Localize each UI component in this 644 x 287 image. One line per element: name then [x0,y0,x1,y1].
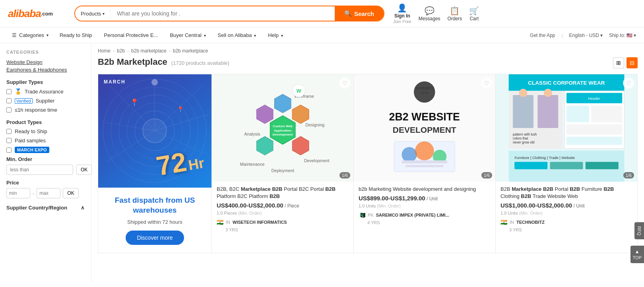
svg-marker-26 [292,136,308,155]
promo-card[interactable]: MARCH [98,74,211,253]
min-order-ok-button[interactable]: OK [76,165,92,175]
svg-rect-62 [550,162,583,169]
price-ok-button[interactable]: OK [63,188,78,198]
sidebar-link-website-design[interactable]: Website Design [6,59,85,65]
paid-samples-check[interactable] [6,138,12,143]
response-time-check[interactable] [6,107,12,112]
svg-text:Analysis: Analysis [244,131,260,136]
product-2-svg: SAREMCO TECH 2B2 WEBSITE DEVELOPMENT [359,79,490,177]
product-2-country: PK [368,213,374,217]
svg-text:Designing: Designing [305,122,324,127]
product-card-3[interactable]: CLASSIC CORPORATE WEAR pattern with lush… [495,74,637,253]
cart-label: Cart [469,16,479,21]
get-app-link[interactable]: Get the App [530,33,555,38]
sidebar-link-earphones[interactable]: Earphones & Headphones [6,67,85,73]
nav-left: ☰ Categories ▾ Ready to Ship Personal Pr… [8,31,530,40]
divider: | [561,33,563,38]
language-selector[interactable]: English - USD ▾ [569,33,603,38]
svg-text:TECH: TECH [421,91,429,95]
trade-assurance-check[interactable] [6,89,12,94]
product-1-info: B2B, B2C Marketplace B2B Portal B2C Port… [212,182,353,253]
categories-btn[interactable]: ☰ Categories ▾ [8,31,52,40]
nav-label: Personal Protective E... [104,32,158,38]
breadcrumb-b2b[interactable]: b2b [117,48,125,54]
product-1-heart[interactable]: ♡ [339,78,350,89]
rfq-float[interactable]: RFQ [634,222,644,239]
search-dropdown[interactable]: Products ▾ [75,6,111,21]
product-1-title: B2B, B2C Marketplace B2B Portal B2C Port… [217,186,349,200]
orders-icon: 📋 [450,6,460,16]
product-card-2[interactable]: SAREMCO TECH 2B2 WEBSITE DEVELOPMENT ♡ [353,74,495,253]
nav-item-sell[interactable]: Sell on Alibaba ▾ [213,31,261,40]
product-2-years: 4 YRS [367,220,491,225]
product-2-heart[interactable]: ♡ [481,78,492,89]
march-expo-check[interactable] [6,147,12,153]
product-2-min-order: 1.0 Units (Min. Order) [359,204,491,208]
product-2-title: b2b Marketing Website development and de… [359,186,491,193]
categories-label: Categories [19,32,44,38]
nav-item-buyer-central[interactable]: Buyer Central ▾ [165,31,210,40]
product-3-title: B2B Marketplace B2B Portal B2B Furniture… [500,186,632,200]
min-order-input[interactable] [6,165,73,175]
nav-item-ready-to-ship[interactable]: Ready to Ship [55,31,97,40]
cart-action[interactable]: 🛒 Cart [469,6,479,21]
price-max-input[interactable] [37,188,60,198]
product-1-seller: 🇮🇳 IN WISETECH INFORMATICS [217,219,349,225]
promo-bottom: Fast dispatch from US warehouses Shipped… [98,188,211,253]
breadcrumb-b2b-marketplace-1[interactable]: b2b marketplace [131,48,167,54]
verified-supplier-check[interactable] [6,98,12,103]
product-3-country: IN [510,220,514,225]
nav-label: Buyer Central [170,32,201,38]
content-area: Home › b2b › b2b marketplace › b2b marke… [91,43,644,282]
breadcrumb-sep-3: › [169,48,171,54]
breadcrumb-b2b-marketplace-2[interactable]: b2b marketplace [173,48,208,54]
product-2-price: US$899.00-US$1,299.00 / Unit [359,195,491,202]
svg-rect-46 [537,95,558,128]
logo-com: .com [41,11,53,17]
ship-to-selector[interactable]: Ship to: 🇺🇸 ▾ [609,33,636,38]
svg-rect-56 [591,106,622,122]
min-order-title: Min. Order [6,156,85,162]
product-3-heart[interactable]: ♡ [623,78,634,89]
trade-assurance-checkbox[interactable]: 🏅 Trade Assurance [6,88,85,95]
nav-item-personal-protective[interactable]: Personal Protective E... [99,31,163,40]
verified-supplier-label: Supplier [36,98,55,104]
promo-pin-2: 📍 [177,106,184,112]
svg-text:Maintenance: Maintenance [240,162,265,167]
grid-view-button[interactable]: ⊞ [613,57,624,68]
list-view-button[interactable]: ⊟ [627,57,638,68]
supplier-country-section[interactable]: Supplier Country/Region ∧ [6,205,85,211]
chevron-icon: ▾ [281,33,283,38]
search-input[interactable] [111,6,335,21]
svg-text:SAREMCO: SAREMCO [416,86,433,90]
march-expo-checkbox[interactable]: MARCH EXPO [6,147,85,153]
user-icon: 👤 [397,3,407,13]
search-icon: 🔍 [344,10,352,17]
messages-action[interactable]: 💬 Messages [419,6,440,21]
discover-more-button[interactable]: Discover more [126,231,184,245]
ready-to-ship-check[interactable] [6,129,12,134]
ready-to-ship-checkbox[interactable]: Ready to Ship [6,128,85,134]
breadcrumb-home[interactable]: Home [98,48,111,54]
svg-rect-63 [586,162,619,169]
response-time-checkbox[interactable]: ≤1h response time [6,107,85,113]
top-float[interactable]: ▲ TOP [630,246,644,263]
logo[interactable]: alibaba .com [8,8,70,20]
nav-item-help[interactable]: Help ▾ [263,31,287,40]
sign-in-label: Sign In [394,13,410,19]
price-dash: - [33,190,34,196]
search-button[interactable]: 🔍 Search [335,6,384,21]
svg-rect-58 [566,137,622,145]
page-title: B2b Marketplace [98,57,167,67]
price-section: Price - OK [6,180,85,198]
nav-label: Help [268,32,279,38]
sign-in-action[interactable]: 👤 Sign In Join Free [393,3,411,24]
orders-action[interactable]: 📋 Orders [448,6,462,21]
product-3-svg: CLASSIC CORPORATE WEAR pattern with lush… [496,74,637,182]
verified-supplier-checkbox[interactable]: Verified Supplier [6,98,85,104]
product-card-1[interactable]: Wireframe Analysis Designing Maintenance… [211,74,353,253]
paid-samples-checkbox[interactable]: Paid samples [6,138,85,144]
up-arrow-icon: ▲ [635,249,640,254]
price-min-input[interactable] [6,188,30,198]
svg-rect-45 [513,95,533,128]
